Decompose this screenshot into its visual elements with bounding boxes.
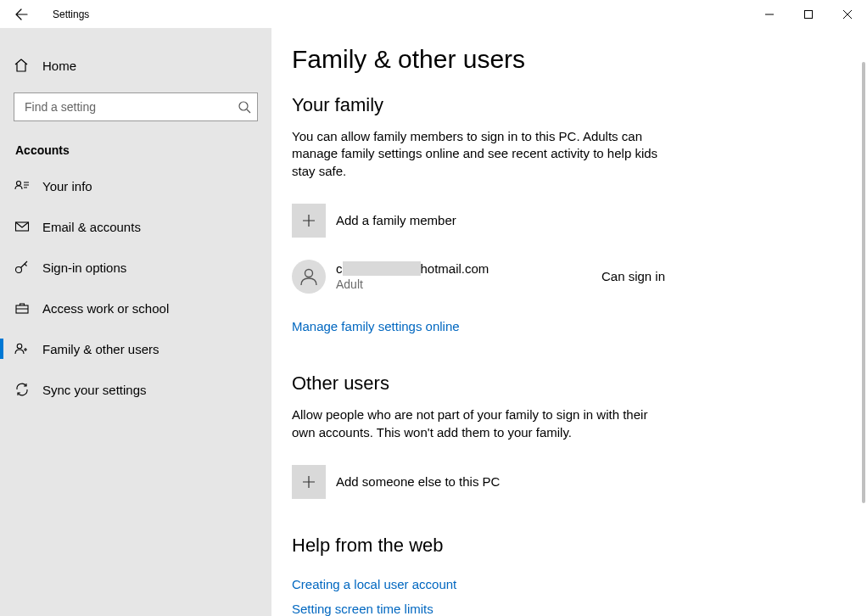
- titlebar: Settings: [0, 0, 867, 28]
- search-field[interactable]: [14, 92, 258, 121]
- briefcase-icon: [14, 300, 31, 316]
- sidebar-item-family-other-users[interactable]: Family & other users: [0, 328, 271, 369]
- person-icon: [299, 266, 319, 287]
- user-email-suffix: hotmail.com: [421, 261, 489, 276]
- home-icon: [14, 58, 31, 73]
- section-heading-help: Help from the web: [292, 535, 847, 557]
- sidebar: Home Accounts Your info Email & accounts: [0, 28, 271, 616]
- svg-point-1: [239, 102, 248, 110]
- user-email: chotmail.com: [336, 261, 601, 276]
- user-email-prefix: c: [336, 261, 343, 276]
- add-family-member-row[interactable]: Add a family member: [292, 204, 847, 238]
- redacted-block: [343, 261, 421, 276]
- svg-point-2: [17, 182, 21, 186]
- avatar: [292, 260, 326, 294]
- people-icon: [14, 341, 31, 356]
- family-blurb: You can allow family members to sign in …: [292, 128, 665, 180]
- svg-point-7: [305, 269, 313, 277]
- maximize-button[interactable]: [789, 0, 828, 28]
- sidebar-item-label: Sign-in options: [42, 260, 126, 275]
- home-label: Home: [42, 59, 76, 73]
- manage-family-link[interactable]: Manage family settings online: [292, 316, 460, 338]
- svg-point-4: [16, 267, 22, 273]
- add-other-user-label: Add someone else to this PC: [336, 474, 500, 489]
- help-link-local-user[interactable]: Creating a local user account: [292, 574, 847, 596]
- svg-rect-0: [805, 10, 813, 18]
- minimize-icon: [765, 10, 774, 19]
- minimize-button[interactable]: [750, 0, 789, 28]
- person-card-icon: [14, 178, 31, 193]
- sidebar-item-signin-options[interactable]: Sign-in options: [0, 247, 271, 288]
- scrollbar[interactable]: [864, 28, 867, 616]
- other-blurb: Allow people who are not part of your fa…: [292, 406, 665, 441]
- add-family-member-label: Add a family member: [336, 213, 456, 227]
- window-title: Settings: [53, 8, 89, 20]
- close-button[interactable]: [828, 0, 867, 28]
- help-link-screen-time[interactable]: Setting screen time limits: [292, 598, 847, 616]
- add-other-user-row[interactable]: Add someone else to this PC: [292, 465, 847, 499]
- sidebar-item-label: Access work or school: [42, 301, 169, 316]
- back-button[interactable]: [0, 0, 42, 28]
- user-role: Adult: [336, 277, 601, 291]
- family-user-row[interactable]: chotmail.com Adult Can sign in: [292, 260, 665, 294]
- sidebar-item-label: Email & accounts: [42, 220, 141, 234]
- sidebar-item-label: Family & other users: [42, 342, 159, 356]
- page-title: Family & other users: [292, 45, 847, 74]
- user-status: Can sign in: [601, 269, 665, 283]
- sidebar-item-email-accounts[interactable]: Email & accounts: [0, 206, 271, 247]
- main-panel: Family & other users Your family You can…: [271, 28, 867, 616]
- sidebar-item-your-info[interactable]: Your info: [0, 165, 271, 206]
- add-button[interactable]: [292, 465, 326, 499]
- maximize-icon: [804, 10, 813, 19]
- mail-icon: [14, 219, 31, 234]
- home-nav[interactable]: Home: [0, 48, 271, 82]
- key-icon: [14, 260, 31, 275]
- search-input[interactable]: [14, 92, 258, 121]
- sidebar-item-sync-settings[interactable]: Sync your settings: [0, 369, 271, 410]
- plus-icon: [301, 213, 316, 228]
- close-icon: [843, 10, 852, 19]
- sidebar-item-access-work-school[interactable]: Access work or school: [0, 288, 271, 328]
- svg-point-6: [17, 344, 22, 349]
- sync-icon: [14, 382, 31, 397]
- sidebar-group-label: Accounts: [0, 132, 271, 165]
- sidebar-item-label: Sync your settings: [42, 383, 147, 397]
- add-button[interactable]: [292, 204, 326, 238]
- search-icon: [238, 100, 251, 114]
- plus-icon: [301, 474, 316, 490]
- sidebar-item-label: Your info: [42, 179, 92, 193]
- scrollbar-thumb[interactable]: [862, 62, 865, 503]
- section-heading-family: Your family: [292, 94, 847, 116]
- arrow-left-icon: [14, 8, 28, 21]
- section-heading-other: Other users: [292, 372, 847, 395]
